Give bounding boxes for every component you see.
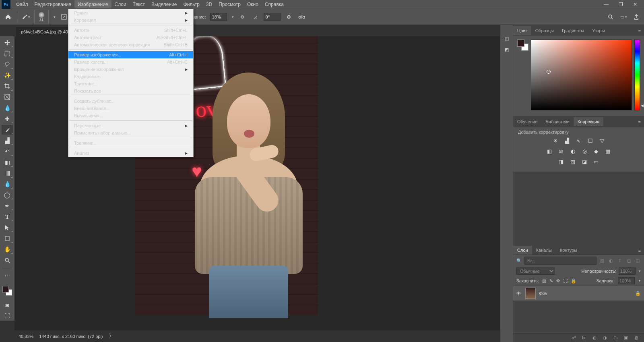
new-fill-icon[interactable]: ◑ bbox=[603, 335, 609, 340]
wand-tool[interactable]: ✨ bbox=[2, 70, 13, 80]
lock-all-icon[interactable]: 🔒 bbox=[571, 278, 576, 284]
menu-item[interactable]: Автоматическая цветовая коррекцияShift+C… bbox=[68, 41, 193, 48]
blend-mode-select[interactable]: Обычные bbox=[516, 267, 555, 275]
visibility-icon[interactable]: 👁 bbox=[516, 291, 522, 296]
path-select-tool[interactable] bbox=[2, 223, 13, 232]
mask-icon[interactable]: ◐ bbox=[592, 335, 599, 340]
lock-artboard-icon[interactable]: ⛶ bbox=[563, 278, 568, 283]
panel-menu-icon[interactable]: ≡ bbox=[635, 118, 644, 126]
home-icon[interactable] bbox=[3, 12, 13, 22]
menu-Файл[interactable]: Файл bbox=[13, 0, 31, 8]
opacity-input[interactable] bbox=[619, 267, 636, 275]
menu-Изображение[interactable]: Изображение bbox=[74, 0, 111, 8]
color-swatches[interactable] bbox=[2, 285, 13, 296]
blur-tool[interactable]: 💧 bbox=[2, 179, 13, 189]
share-icon[interactable] bbox=[632, 12, 641, 21]
menu-3D[interactable]: 3D bbox=[203, 0, 215, 8]
layer-row[interactable]: 👁 Фон 🔒 bbox=[513, 286, 644, 301]
color-swatch[interactable] bbox=[517, 39, 528, 51]
hue-slider[interactable] bbox=[634, 39, 640, 110]
lock-pos-icon[interactable]: ✥ bbox=[556, 278, 560, 284]
exposure-icon[interactable]: ☐ bbox=[587, 137, 594, 144]
edit-toolbar[interactable]: ⋯ bbox=[2, 271, 13, 281]
panel-tab[interactable]: Контуры bbox=[556, 246, 581, 255]
menu-item[interactable]: АвтоконтрастAlt+Shift+Ctrl+L bbox=[68, 34, 193, 41]
gradient-tool[interactable] bbox=[2, 168, 13, 178]
new-layer-icon[interactable]: ▣ bbox=[624, 335, 630, 340]
filter-smart-icon[interactable]: ◫ bbox=[634, 257, 641, 264]
hsl-icon[interactable]: ◧ bbox=[546, 147, 553, 155]
search-icon[interactable] bbox=[606, 12, 615, 21]
shape-tool[interactable] bbox=[2, 234, 13, 243]
screenmode-tool[interactable]: ⛶ bbox=[2, 311, 13, 321]
menu-item[interactable]: Размер холста...Alt+Ctrl+C bbox=[68, 58, 193, 66]
panel-tab[interactable]: Узоры bbox=[588, 26, 609, 35]
smoothing-input[interactable] bbox=[210, 13, 227, 21]
lock-trans-icon[interactable]: ▧ bbox=[542, 278, 546, 284]
maximize-button[interactable]: ❐ bbox=[613, 0, 628, 9]
gradmap-icon[interactable]: ▭ bbox=[592, 158, 600, 165]
crop-tool[interactable] bbox=[2, 81, 13, 91]
bw-icon[interactable]: ◐ bbox=[569, 147, 576, 155]
layer-name[interactable]: Фон bbox=[539, 291, 547, 296]
zoom-level[interactable]: 40,33% bbox=[19, 334, 33, 339]
menu-item[interactable]: Внешний канал... bbox=[68, 105, 193, 112]
layer-filter-input[interactable] bbox=[524, 257, 597, 265]
menu-item[interactable]: Вычисления... bbox=[68, 112, 193, 119]
pen-tool[interactable]: ✒ bbox=[2, 201, 13, 211]
chmix-icon[interactable]: ◆ bbox=[592, 147, 600, 155]
lasso-tool[interactable] bbox=[2, 60, 13, 69]
type-tool[interactable]: T bbox=[2, 212, 13, 222]
lock-paint-icon[interactable]: ✎ bbox=[549, 278, 553, 284]
move-tool[interactable] bbox=[2, 38, 13, 48]
filter-adjlayer-icon[interactable]: ◐ bbox=[608, 257, 614, 264]
eyedropper-tool[interactable]: 💧 bbox=[2, 103, 13, 113]
hand-tool[interactable]: ✋ bbox=[2, 245, 13, 254]
menu-Просмотр[interactable]: Просмотр bbox=[215, 0, 244, 8]
close-button[interactable]: ✕ bbox=[628, 0, 642, 9]
angle-input[interactable] bbox=[264, 13, 281, 21]
panel-tab[interactable]: Библиотеки bbox=[541, 117, 574, 126]
vibrance-icon[interactable]: ▽ bbox=[599, 137, 606, 144]
color-field[interactable] bbox=[531, 39, 632, 110]
panel-tab[interactable]: Обучение bbox=[513, 117, 541, 126]
panel-tab[interactable]: Градиенты bbox=[558, 26, 588, 35]
invert-icon[interactable]: ◨ bbox=[557, 158, 565, 165]
heal-tool[interactable]: ✚ bbox=[2, 114, 13, 124]
collapsed-panel-icon[interactable]: ◫ bbox=[505, 36, 509, 41]
eraser-tool[interactable]: ◧ bbox=[2, 158, 13, 167]
minimize-button[interactable]: — bbox=[599, 0, 613, 9]
panel-menu-icon[interactable]: ≡ bbox=[635, 27, 644, 35]
colbal-icon[interactable]: ⚖ bbox=[557, 147, 565, 155]
layer-thumbnail[interactable] bbox=[525, 288, 536, 299]
panel-tab[interactable]: Каналы bbox=[532, 246, 556, 255]
menu-item[interactable]: Размер изображения...Alt+Ctrl+I bbox=[68, 51, 193, 58]
group-icon[interactable]: 🗀 bbox=[613, 335, 620, 340]
panel-menu-icon[interactable]: ≡ bbox=[635, 247, 644, 255]
filter-pixlayer-icon[interactable]: ▧ bbox=[599, 257, 605, 264]
document-tab[interactable]: p6Iwc1vBGpA.jpg @ 40 bbox=[16, 27, 73, 36]
filter-shape-icon[interactable]: ◻ bbox=[625, 257, 632, 264]
threshold-icon[interactable]: ◪ bbox=[581, 158, 588, 165]
dodge-tool[interactable]: ◯ bbox=[2, 190, 13, 200]
brush-preset[interactable]: 31 bbox=[34, 10, 49, 24]
photo-filter-icon[interactable]: ◎ bbox=[581, 147, 588, 155]
menu-Текст[interactable]: Текст bbox=[130, 0, 148, 8]
trash-icon[interactable]: 🗑 bbox=[634, 335, 641, 340]
angle-icon[interactable]: ◿ bbox=[251, 12, 260, 21]
collapsed-panel-icon[interactable]: ◩ bbox=[505, 47, 509, 52]
menu-item[interactable]: Вращение изображения bbox=[68, 66, 193, 73]
panel-tab[interactable]: Образцы bbox=[531, 26, 558, 35]
menu-Слои[interactable]: Слои bbox=[111, 0, 130, 8]
filter-type-icon[interactable]: T bbox=[617, 257, 623, 264]
menu-item[interactable]: Коррекция bbox=[68, 17, 193, 24]
menu-item[interactable]: Режим bbox=[68, 9, 193, 17]
marquee-tool[interactable] bbox=[2, 49, 13, 58]
menu-Окно[interactable]: Окно bbox=[244, 0, 262, 8]
curves-icon[interactable]: ∿ bbox=[575, 137, 582, 144]
stamp-tool[interactable]: ▟ bbox=[2, 136, 13, 145]
panel-tab[interactable]: Цвет bbox=[513, 26, 531, 35]
layout-icon[interactable]: ▭▾ bbox=[619, 12, 628, 21]
zoom-tool[interactable] bbox=[2, 255, 13, 265]
posterize-icon[interactable]: ▨ bbox=[569, 158, 576, 165]
